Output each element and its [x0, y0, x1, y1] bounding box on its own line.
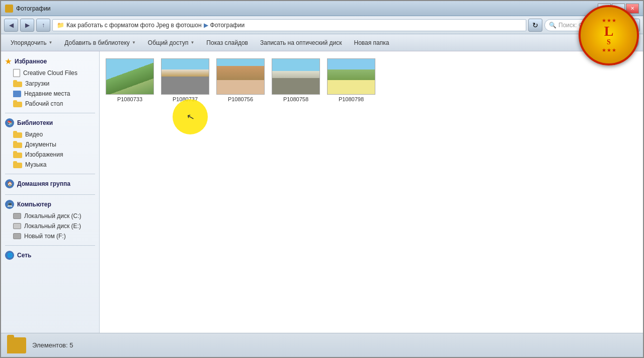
recent-folder-icon: [13, 91, 21, 97]
address-bar: ◀ ▶ ↑ 📁 Как работать с форматом фото Jpe…: [1, 16, 643, 34]
file-label-f4: P1080758: [283, 96, 308, 102]
divider-4: [5, 245, 95, 246]
music-folder-icon: [13, 161, 22, 168]
address-part2: Фотографии: [210, 22, 245, 29]
search-button[interactable]: 🔍: [627, 19, 640, 32]
drive-c-icon: [13, 213, 21, 219]
favorites-header[interactable]: ★ Избранное: [1, 55, 99, 67]
desktop-folder-icon: [13, 100, 22, 107]
sort-button[interactable]: Упорядочить ▼: [5, 36, 58, 49]
drive-c-label: Локальный диск (C:): [24, 212, 82, 220]
divider-3: [5, 194, 95, 195]
minimize-button[interactable]: ─: [598, 4, 611, 14]
file-label-f5: P1080798: [339, 96, 364, 102]
sidebar-item-downloads[interactable]: Загрузки: [1, 79, 99, 89]
sort-label: Упорядочить: [11, 39, 46, 46]
creative-cloud-icon: [13, 69, 20, 77]
computer-icon: 💻: [5, 200, 14, 209]
sidebar-item-drive-e[interactable]: Локальный диск (E:): [1, 221, 99, 231]
burn-button[interactable]: Записать на оптический диск: [255, 36, 348, 49]
computer-section: 💻 Компьютер Локальный диск (C:) Локальны…: [1, 198, 99, 241]
sidebar-item-docs[interactable]: Документы: [1, 139, 99, 150]
forward-button[interactable]: ▶: [20, 19, 34, 32]
address-arrow: ▶: [204, 22, 208, 29]
divider-2: [5, 174, 95, 174]
toolbar: Упорядочить ▼ Добавить в библиотеку ▼ Об…: [1, 34, 643, 51]
downloads-label: Загрузки: [25, 80, 49, 87]
up-button[interactable]: ↑: [36, 19, 50, 32]
new-folder-button[interactable]: Новая папка: [348, 36, 394, 49]
cursor-arrow-icon: ↖: [185, 110, 195, 123]
address-path[interactable]: 📁 Как работать с форматом фото Jpeg в фо…: [52, 19, 526, 31]
file-thumb-f1: [106, 58, 154, 95]
back-button[interactable]: ◀: [4, 19, 18, 32]
slideshow-button[interactable]: Показ слайдов: [201, 36, 254, 49]
desktop-label: Рабочий стол: [25, 100, 63, 107]
network-label: Сеть: [17, 252, 31, 259]
network-header[interactable]: 🌐 Сеть: [1, 249, 99, 262]
computer-label: Компьютер: [17, 201, 51, 208]
file-item-f2[interactable]: P1080737: [160, 56, 210, 104]
network-icon: 🌐: [5, 251, 14, 260]
status-folder-icon: [7, 337, 26, 353]
slideshow-label: Показ слайдов: [206, 39, 248, 46]
sidebar-item-recent[interactable]: Недавние места: [1, 89, 99, 99]
sidebar-item-drive-f[interactable]: Новый том (F:): [1, 231, 99, 241]
music-label: Музыка: [25, 161, 46, 168]
file-label-f1: P1080733: [117, 96, 142, 102]
drive-f-icon: [13, 233, 21, 239]
images-label: Изображения: [25, 151, 63, 158]
file-item-f5[interactable]: P1080798: [326, 56, 376, 104]
file-thumb-f2: [161, 58, 209, 95]
divider-1: [5, 113, 95, 113]
video-label: Видео: [25, 131, 43, 138]
add-library-caret: ▼: [132, 40, 136, 45]
address-part1: Как работать с форматом фото Jpeg в фото…: [66, 22, 202, 29]
status-text: Элементов: 5: [32, 341, 73, 349]
file-item-f4[interactable]: P1080758: [271, 56, 321, 104]
file-label-f3: P1080756: [228, 96, 253, 102]
explorer-window: Фотографии ─ □ ✕ ◀ ▶ ↑ 📁 Как работать с …: [0, 0, 644, 358]
sidebar-item-music[interactable]: Музыка: [1, 160, 99, 170]
drive-e-icon: [13, 223, 21, 229]
search-placeholder: Поиск: Фото...: [558, 22, 598, 29]
help-button[interactable]: ?: [628, 37, 639, 48]
add-library-button[interactable]: Добавить в библиотеку ▼: [59, 36, 141, 49]
maximize-button[interactable]: □: [612, 4, 625, 14]
computer-header[interactable]: 💻 Компьютер: [1, 198, 99, 211]
drive-e-label: Локальный диск (E:): [24, 223, 81, 230]
docs-folder-icon: [13, 141, 22, 148]
file-thumb-f3: [216, 58, 265, 95]
libraries-icon: 📚: [5, 118, 14, 127]
favorites-label: Избранное: [15, 58, 47, 65]
file-item-f1[interactable]: P1080733: [105, 56, 155, 104]
refresh-button[interactable]: ↻: [528, 19, 542, 32]
homegroup-header[interactable]: 🏠 Домашняя группа: [1, 177, 99, 190]
status-bar: Элементов: 5: [1, 333, 643, 357]
images-folder-icon: [13, 151, 22, 158]
share-button[interactable]: Общий доступ ▼: [142, 36, 200, 49]
sidebar-item-drive-c[interactable]: Локальный диск (C:): [1, 211, 99, 221]
title-bar-left: Фотографии: [5, 5, 51, 13]
homegroup-label: Домашняя группа: [17, 180, 70, 187]
homegroup-section: 🏠 Домашняя группа: [1, 177, 99, 190]
search-box[interactable]: 🔍 Поиск: Фото...: [544, 19, 625, 31]
file-item-f3[interactable]: P1080756: [215, 56, 266, 104]
sidebar-item-creative-cloud[interactable]: Creative Cloud Files: [1, 67, 99, 79]
network-section: 🌐 Сеть: [1, 249, 99, 262]
sidebar-item-images[interactable]: Изображения: [1, 150, 99, 160]
title-bar-controls: ─ □ ✕: [598, 4, 639, 14]
file-label-f2: P1080737: [173, 96, 198, 102]
creative-cloud-label: Creative Cloud Files: [23, 69, 77, 77]
cursor-indicator: ↖: [173, 99, 208, 134]
homegroup-icon: 🏠: [5, 179, 14, 188]
drive-f-label: Новый том (F:): [24, 233, 66, 240]
sidebar-item-video[interactable]: Видео: [1, 129, 99, 139]
sidebar-item-desktop[interactable]: Рабочий стол: [1, 99, 99, 109]
add-library-label: Добавить в библиотеку: [64, 39, 130, 46]
recent-label: Недавние места: [24, 90, 70, 97]
folder-icon-small: 📁: [57, 22, 64, 29]
burn-label: Записать на оптический диск: [260, 39, 342, 46]
close-button[interactable]: ✕: [626, 4, 639, 14]
libraries-header[interactable]: 📚 Библиотеки: [1, 116, 99, 129]
